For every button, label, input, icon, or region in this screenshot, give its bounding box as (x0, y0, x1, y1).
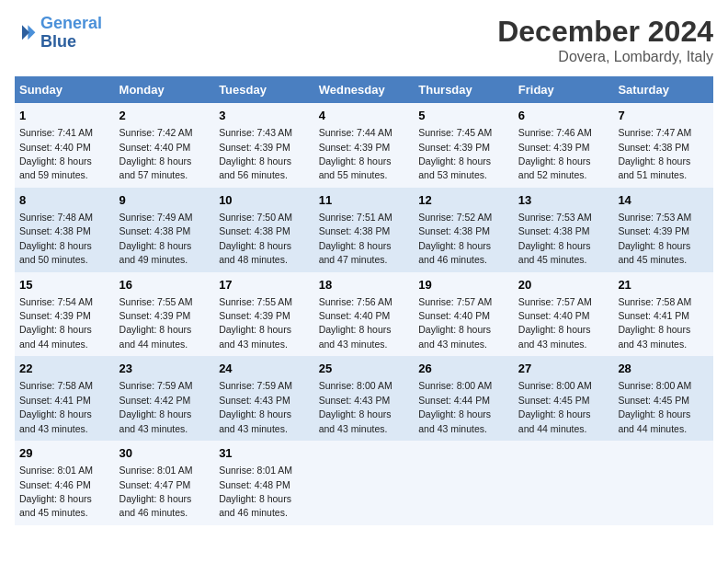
day-16: 16 Sunrise: 7:55 AMSunset: 4:39 PMDaylig… (115, 272, 215, 357)
empty-cell-4 (613, 441, 713, 525)
col-friday: Friday (514, 76, 614, 103)
day-25: 25 Sunrise: 8:00 AMSunset: 4:43 PMDaylig… (314, 356, 415, 441)
week-row-4: 22 Sunrise: 7:58 AMSunset: 4:41 PMDaylig… (15, 356, 713, 441)
day-23: 23 Sunrise: 7:59 AMSunset: 4:42 PMDaylig… (115, 356, 215, 441)
day-4: 4 Sunrise: 7:44 AMSunset: 4:39 PMDayligh… (314, 103, 415, 188)
logo: General Blue (15, 15, 102, 52)
day-24: 24 Sunrise: 7:59 AMSunset: 4:43 PMDaylig… (214, 356, 314, 441)
day-13: 13 Sunrise: 7:53 AMSunset: 4:38 PMDaylig… (514, 188, 614, 272)
week-row-3: 15 Sunrise: 7:54 AMSunset: 4:39 PMDaylig… (15, 272, 713, 357)
day-15: 15 Sunrise: 7:54 AMSunset: 4:39 PMDaylig… (15, 272, 115, 357)
col-sunday: Sunday (15, 76, 115, 103)
week-row-5: 29 Sunrise: 8:01 AMSunset: 4:46 PMDaylig… (15, 441, 713, 525)
day-29: 29 Sunrise: 8:01 AMSunset: 4:46 PMDaylig… (15, 441, 115, 525)
day-22: 22 Sunrise: 7:58 AMSunset: 4:41 PMDaylig… (15, 356, 115, 441)
day-19: 19 Sunrise: 7:57 AMSunset: 4:40 PMDaylig… (414, 272, 514, 357)
calendar-title: December 2024 (497, 15, 713, 49)
day-28: 28 Sunrise: 8:00 AMSunset: 4:45 PMDaylig… (613, 356, 713, 441)
day-3: 3 Sunrise: 7:43 AMSunset: 4:39 PMDayligh… (214, 103, 314, 188)
empty-cell-1 (314, 441, 415, 525)
day-31: 31 Sunrise: 8:01 AMSunset: 4:48 PMDaylig… (214, 441, 314, 525)
col-tuesday: Tuesday (214, 76, 314, 103)
col-thursday: Thursday (414, 76, 514, 103)
day-7: 7 Sunrise: 7:47 AMSunset: 4:38 PMDayligh… (613, 103, 713, 188)
week-row-2: 8 Sunrise: 7:48 AMSunset: 4:38 PMDayligh… (15, 188, 713, 272)
day-26: 26 Sunrise: 8:00 AMSunset: 4:44 PMDaylig… (414, 356, 514, 441)
day-20: 20 Sunrise: 7:57 AMSunset: 4:40 PMDaylig… (514, 272, 614, 357)
day-18: 18 Sunrise: 7:56 AMSunset: 4:40 PMDaylig… (314, 272, 415, 357)
week-row-1: 1 Sunrise: 7:41 AMSunset: 4:40 PMDayligh… (15, 103, 713, 188)
calendar-subtitle: Dovera, Lombardy, Italy (497, 49, 713, 65)
day-8: 8 Sunrise: 7:48 AMSunset: 4:38 PMDayligh… (15, 188, 115, 272)
title-block: December 2024 Dovera, Lombardy, Italy (497, 15, 713, 65)
page-header: General Blue December 2024 Dovera, Lomba… (15, 15, 713, 65)
day-14: 14 Sunrise: 7:53 AMSunset: 4:39 PMDaylig… (613, 188, 713, 272)
col-saturday: Saturday (613, 76, 713, 103)
logo-text: General Blue (40, 15, 102, 52)
day-9: 9 Sunrise: 7:49 AMSunset: 4:38 PMDayligh… (115, 188, 215, 272)
day-21: 21 Sunrise: 7:58 AMSunset: 4:41 PMDaylig… (613, 272, 713, 357)
day-2: 2 Sunrise: 7:42 AMSunset: 4:40 PMDayligh… (115, 103, 215, 188)
day-27: 27 Sunrise: 8:00 AMSunset: 4:45 PMDaylig… (514, 356, 614, 441)
header-row: Sunday Monday Tuesday Wednesday Thursday… (15, 76, 713, 103)
calendar-table: Sunday Monday Tuesday Wednesday Thursday… (15, 76, 713, 525)
empty-cell-3 (514, 441, 614, 525)
day-10: 10 Sunrise: 7:50 AMSunset: 4:38 PMDaylig… (214, 188, 314, 272)
col-wednesday: Wednesday (314, 76, 415, 103)
day-12: 12 Sunrise: 7:52 AMSunset: 4:38 PMDaylig… (414, 188, 514, 272)
day-1: 1 Sunrise: 7:41 AMSunset: 4:40 PMDayligh… (15, 103, 115, 188)
day-17: 17 Sunrise: 7:55 AMSunset: 4:39 PMDaylig… (214, 272, 314, 357)
day-5: 5 Sunrise: 7:45 AMSunset: 4:39 PMDayligh… (414, 103, 514, 188)
day-11: 11 Sunrise: 7:51 AMSunset: 4:38 PMDaylig… (314, 188, 415, 272)
empty-cell-2 (414, 441, 514, 525)
logo-icon (15, 22, 37, 44)
col-monday: Monday (115, 76, 215, 103)
day-30: 30 Sunrise: 8:01 AMSunset: 4:47 PMDaylig… (115, 441, 215, 525)
day-6: 6 Sunrise: 7:46 AMSunset: 4:39 PMDayligh… (514, 103, 614, 188)
